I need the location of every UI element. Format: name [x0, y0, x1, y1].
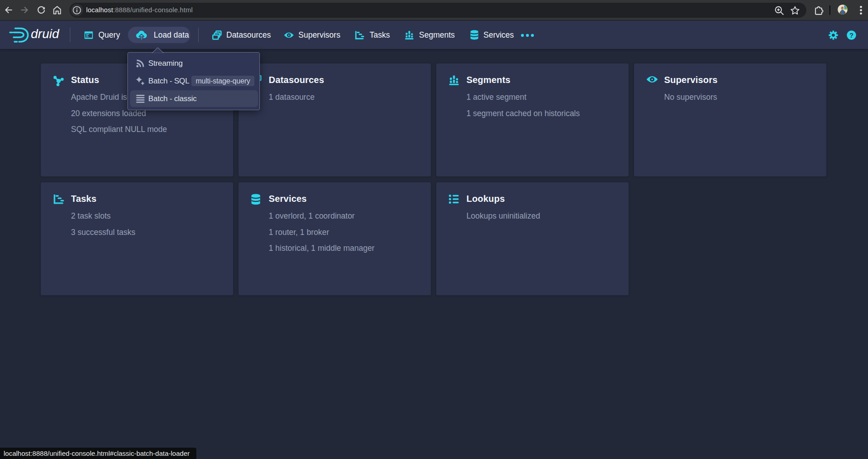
svg-text:?: ? [849, 32, 853, 39]
